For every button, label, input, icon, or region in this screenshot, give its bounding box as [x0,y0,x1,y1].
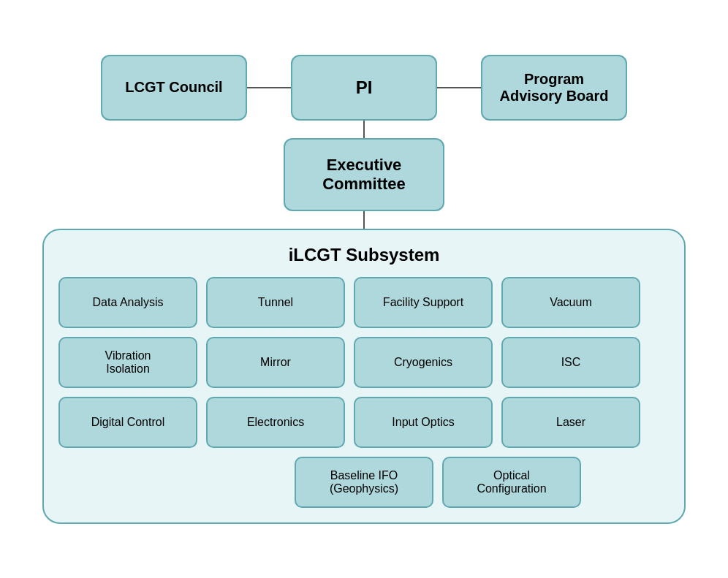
tunnel-node: Tunnel [206,277,345,328]
mirror-node: Mirror [206,337,345,388]
subsystem-row-4: Baseline IFO (Geophysics) Optical Config… [206,457,670,508]
input-optics-label: Input Optics [392,416,454,429]
electronics-label: Electronics [247,416,304,429]
lcgt-council-node: LCGT Council [101,55,247,121]
isc-node: ISC [501,337,640,388]
baseline-ifo-node: Baseline IFO (Geophysics) [295,457,433,508]
ilcgt-subsystem-container: iLCGT Subsystem Data Analysis Tunnel Fac… [42,229,686,524]
laser-label: Laser [556,416,585,429]
optical-configuration-label: Optical Configuration [477,469,546,495]
facility-support-label: Facility Support [383,296,463,309]
vacuum-node: Vacuum [501,277,640,328]
pi-label: PI [356,77,373,98]
executive-committee-node: Executive Committee [284,138,444,211]
h-connector-right [437,87,481,88]
data-analysis-node: Data Analysis [58,277,197,328]
cryogenics-label: Cryogenics [394,356,452,369]
subsystem-grid: Data Analysis Tunnel Facility Support Va… [58,277,670,508]
digital-control-node: Digital Control [58,397,197,448]
h-connector-left [247,87,291,88]
top-row: LCGT Council PI Program Advisory Board [28,55,700,121]
exec-to-subsystem-connector [363,211,365,229]
subsystem-title: iLCGT Subsystem [58,245,670,265]
org-chart: LCGT Council PI Program Advisory Board E… [28,55,700,524]
vibration-isolation-node: Vibration Isolation [58,337,197,388]
mirror-label: Mirror [260,356,291,369]
facility-support-node: Facility Support [354,277,493,328]
subsystem-row-3: Digital Control Electronics Input Optics… [58,397,670,448]
pab-label: Program Advisory Board [500,71,609,104]
input-optics-node: Input Optics [354,397,493,448]
data-analysis-label: Data Analysis [93,296,164,309]
vacuum-label: Vacuum [550,296,592,309]
laser-node: Laser [501,397,640,448]
exec-committee-label: Executive Committee [322,156,406,194]
lcgt-council-label: LCGT Council [125,79,222,96]
optical-configuration-node: Optical Configuration [442,457,581,508]
subsystem-row-1: Data Analysis Tunnel Facility Support Va… [58,277,670,328]
cryogenics-node: Cryogenics [354,337,493,388]
program-advisory-board-node: Program Advisory Board [481,55,627,121]
digital-control-label: Digital Control [91,416,164,429]
subsystem-row-2: Vibration Isolation Mirror Cryogenics IS… [58,337,670,388]
baseline-ifo-label: Baseline IFO (Geophysics) [330,469,398,495]
tunnel-label: Tunnel [258,296,293,309]
pi-node: PI [291,55,437,121]
pi-to-exec-connector [363,121,365,138]
v-line-2 [363,211,365,229]
isc-label: ISC [561,356,581,369]
v-line-1 [363,121,365,138]
electronics-node: Electronics [206,397,345,448]
vibration-isolation-label: Vibration Isolation [105,349,151,376]
